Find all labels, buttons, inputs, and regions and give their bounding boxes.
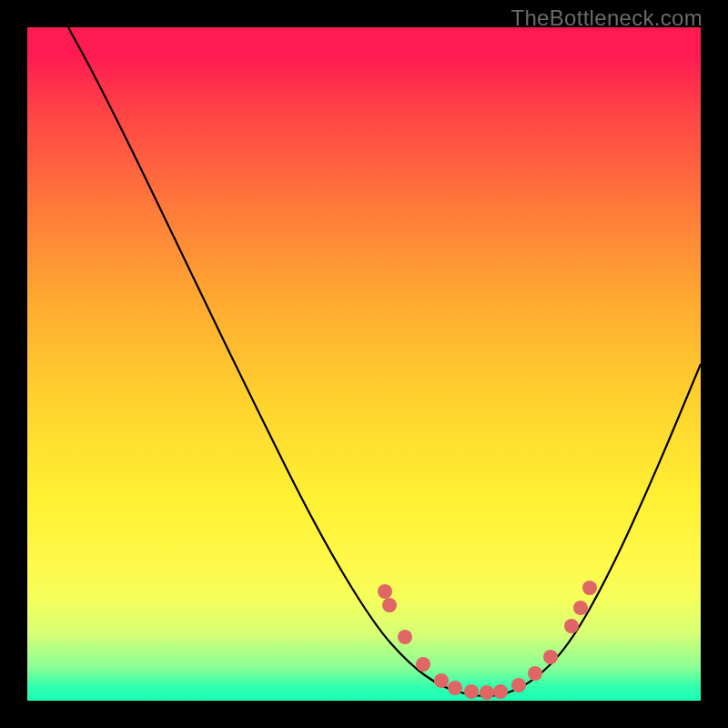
data-marker: [434, 673, 449, 688]
data-markers: [378, 581, 597, 700]
data-marker: [398, 630, 412, 644]
data-marker: [448, 681, 462, 695]
data-marker: [382, 598, 397, 612]
data-marker: [543, 650, 558, 664]
watermark-text: TheBottleneck.com: [511, 5, 703, 31]
data-marker: [582, 581, 597, 595]
chart-frame: TheBottleneck.com: [0, 0, 728, 728]
chart-plot-area: [27, 27, 701, 701]
data-marker: [564, 619, 579, 633]
data-marker: [378, 584, 392, 599]
data-marker: [464, 684, 479, 699]
chart-svg: [27, 27, 701, 701]
data-marker: [573, 601, 588, 615]
data-marker: [493, 684, 508, 699]
data-marker: [511, 678, 526, 693]
data-marker: [480, 685, 494, 700]
data-marker: [528, 666, 542, 681]
data-marker: [416, 657, 430, 672]
